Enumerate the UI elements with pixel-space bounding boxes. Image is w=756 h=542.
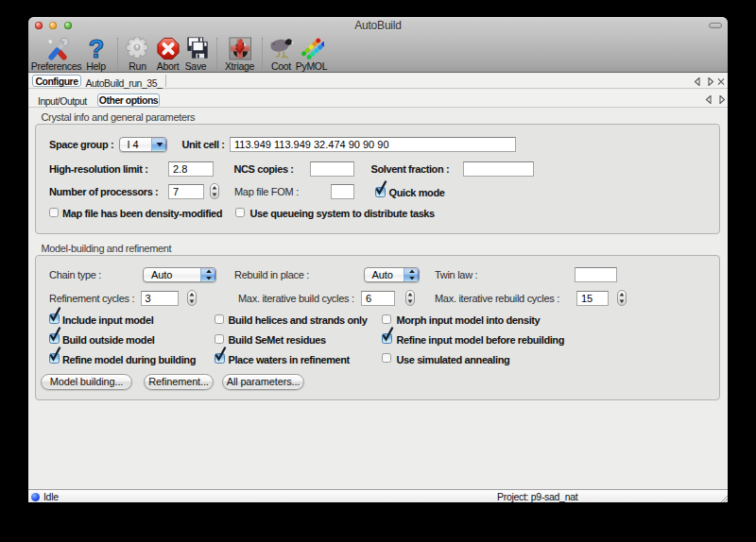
svg-text:?: ? [89, 37, 104, 60]
